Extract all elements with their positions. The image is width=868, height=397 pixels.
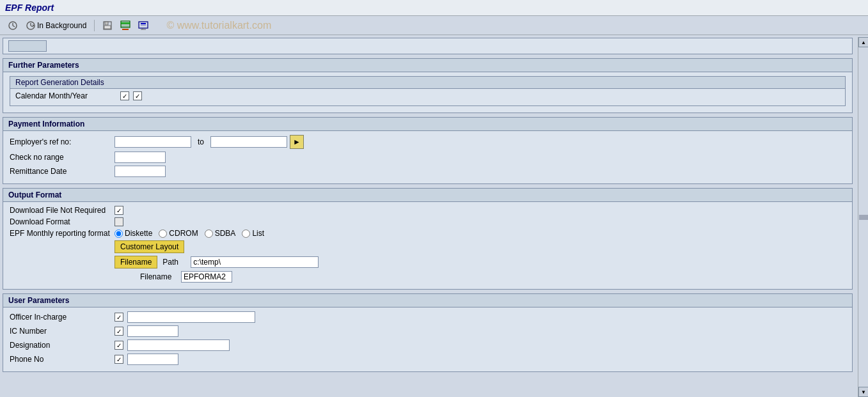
toolbar: In Background © www.tutorialkart.com <box>0 16 868 35</box>
output-format-section: Output Format Download File Not Required… <box>3 188 853 290</box>
output-format-body: Download File Not Required ✓ Download Fo… <box>3 202 852 289</box>
svg-rect-9 <box>104 26 111 29</box>
check-no-range-row: Check no range <box>10 152 846 163</box>
svg-rect-14 <box>122 29 129 30</box>
filename-button[interactable]: Filename <box>114 256 157 269</box>
radio-list-label: List <box>252 229 264 238</box>
radio-sdba-input[interactable] <box>205 230 213 238</box>
download-file-row: Download File Not Required ✓ <box>10 206 846 215</box>
path-input[interactable] <box>191 256 319 268</box>
save-button[interactable] <box>100 19 115 32</box>
phone-no-label: Phone No <box>10 355 112 364</box>
download-format-label: Download Format <box>10 217 112 226</box>
download-format-row: Download Format <box>10 217 846 226</box>
epf-monthly-label: EPF Monthly reporting format <box>10 229 112 238</box>
user-parameters-section: User Parameters Officer In-charge ✓ IC N… <box>3 293 853 372</box>
download-format-checkbox[interactable] <box>114 217 123 226</box>
execute-icon <box>8 20 18 31</box>
further-parameters-body: Report Generation Details Calendar Month… <box>3 72 852 113</box>
radio-list-input[interactable] <box>242 230 250 238</box>
svg-rect-16 <box>141 23 146 24</box>
system-icon <box>138 20 148 31</box>
employer-ref-arrow-btn[interactable]: ► <box>290 135 304 149</box>
payment-information-body: Employer's ref no: to ► Check no range R… <box>3 131 852 183</box>
radio-sdba[interactable]: SDBA <box>205 229 236 238</box>
calendar-checkbox-2[interactable]: ✓ <box>133 91 142 100</box>
layout-button[interactable] <box>118 19 133 32</box>
check-no-range-input[interactable] <box>114 152 166 163</box>
radio-diskette-input[interactable] <box>114 230 123 238</box>
officer-in-charge-checkbox[interactable]: ✓ <box>114 313 123 322</box>
remittance-date-row: Remittance Date 15.09.2018 <box>10 166 846 177</box>
svg-line-5 <box>31 26 33 27</box>
scrollbar-splitter <box>859 215 868 220</box>
employer-ref-from-input[interactable] <box>114 136 191 148</box>
in-background-button[interactable]: In Background <box>23 19 89 32</box>
output-format-header: Output Format <box>3 189 852 202</box>
radio-list[interactable]: List <box>242 229 264 238</box>
radio-diskette[interactable]: Diskette <box>114 229 152 238</box>
toolbar-divider-1 <box>94 20 95 31</box>
user-parameters-body: Officer In-charge ✓ IC Number ✓ Designat… <box>3 307 852 371</box>
watermark: © www.tutorialkart.com <box>166 20 271 31</box>
main-scroll-area[interactable]: Further Parameters Report Generation Det… <box>0 35 868 395</box>
app-title: EPF Report <box>5 3 54 13</box>
report-generation-header: Report Generation Details <box>10 77 845 89</box>
in-background-icon <box>26 20 36 31</box>
designation-input[interactable] <box>127 339 230 351</box>
report-generation-body: Calendar Month/Year ✓ ✓ <box>10 89 845 105</box>
download-file-label: Download File Not Required <box>10 206 112 215</box>
officer-in-charge-input[interactable] <box>127 311 255 323</box>
ic-number-checkbox[interactable]: ✓ <box>114 327 123 336</box>
filename-label: Filename <box>140 272 178 281</box>
svg-rect-8 <box>105 22 108 25</box>
ic-number-input[interactable] <box>127 325 178 337</box>
employer-ref-label: Employer's ref no: <box>10 137 112 146</box>
save-icon <box>102 20 113 31</box>
svg-rect-17 <box>141 25 146 26</box>
officer-in-charge-label: Officer In-charge <box>10 313 112 322</box>
payment-information-header: Payment Information <box>3 118 852 131</box>
calendar-checkbox-1[interactable]: ✓ <box>120 91 129 100</box>
filename-value-row: Filename <box>10 271 846 283</box>
to-label: to <box>194 137 208 146</box>
title-bar: EPF Report <box>0 0 868 16</box>
scroll-up-button[interactable]: ▲ <box>858 37 868 47</box>
svg-line-2 <box>13 26 15 27</box>
in-background-label: In Background <box>37 21 86 30</box>
phone-no-input[interactable] <box>127 354 178 365</box>
designation-row: Designation ✓ <box>10 339 846 351</box>
further-parameters-header: Further Parameters <box>3 59 852 72</box>
officer-in-charge-row: Officer In-charge ✓ <box>10 311 846 323</box>
customer-layout-button[interactable]: Customer Layout <box>114 240 184 253</box>
employer-ref-row: Employer's ref no: to ► <box>10 135 846 149</box>
scroll-down-button[interactable]: ▼ <box>858 387 868 395</box>
top-hidden-bar <box>3 38 853 54</box>
filename-input[interactable] <box>181 271 232 283</box>
filename-path-row: Filename Path <box>10 256 846 269</box>
customer-layout-row: Customer Layout <box>10 240 846 253</box>
ic-number-row: IC Number ✓ <box>10 325 846 337</box>
phone-no-row: Phone No ✓ <box>10 354 846 365</box>
radio-cdrom-label: CDROM <box>169 229 198 238</box>
further-parameters-section: Further Parameters Report Generation Det… <box>3 58 853 113</box>
radio-sdba-label: SDBA <box>215 229 236 238</box>
radio-cdrom-input[interactable] <box>159 230 167 238</box>
phone-no-checkbox[interactable]: ✓ <box>114 355 123 364</box>
epf-radio-group: Diskette CDROM SDBA List <box>114 229 264 238</box>
scrollbar[interactable]: ▲ ▼ <box>858 37 868 395</box>
calendar-month-year-row: Calendar Month/Year ✓ ✓ <box>15 91 840 100</box>
designation-checkbox[interactable]: ✓ <box>114 341 123 350</box>
execute-button[interactable] <box>5 19 20 32</box>
svg-rect-11 <box>121 22 130 24</box>
remittance-date-input[interactable]: 15.09.2018 <box>114 166 166 177</box>
download-file-checkbox[interactable]: ✓ <box>114 206 123 215</box>
path-label: Path <box>162 258 188 267</box>
calendar-month-year-label: Calendar Month/Year <box>15 91 118 100</box>
check-no-range-label: Check no range <box>10 153 112 162</box>
employer-ref-to-input[interactable] <box>210 136 287 148</box>
payment-information-section: Payment Information Employer's ref no: t… <box>3 117 853 184</box>
layout-icon <box>120 20 130 31</box>
radio-cdrom[interactable]: CDROM <box>159 229 198 238</box>
system-button[interactable] <box>136 19 151 32</box>
